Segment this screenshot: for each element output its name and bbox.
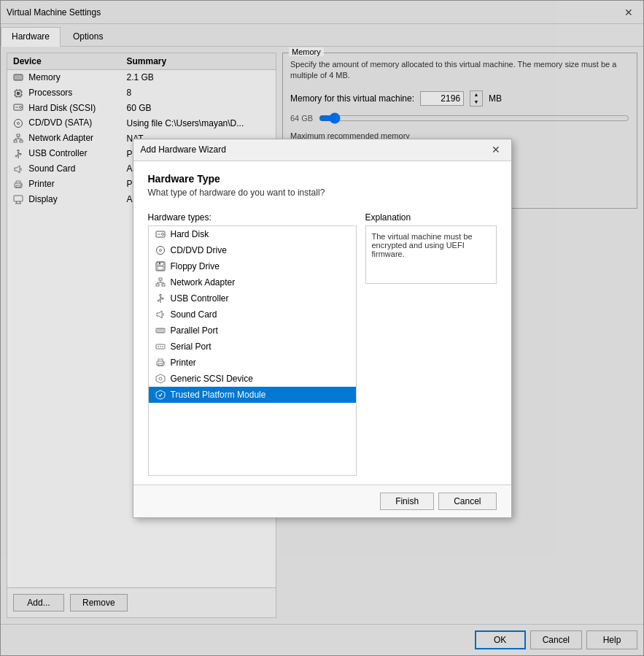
modal-close-button[interactable]: ✕ [488,143,504,156]
explanation-label: Explanation [365,212,497,223]
svg-rect-61 [162,298,163,299]
hardware-item-sound[interactable]: Sound Card [149,306,356,323]
modal-header: Hardware Type What type of hardware do y… [133,161,511,204]
add-hardware-wizard-modal: Add Hardware Wizard ✕ Hardware Type What… [133,139,512,518]
hardware-item-label-tpm: Trusted Platform Module [171,390,266,400]
hardware-types-label: Hardware types: [148,212,357,223]
hardware-list: Hard Disk CD/DVD Drive Flopp [148,225,357,476]
scsi-hw-icon [155,374,166,384]
modal-header-title: Hardware Type [148,173,497,185]
svg-rect-74 [158,363,163,366]
hardware-item-usb[interactable]: USB Controller [149,290,356,306]
modal-title: Add Hardware Wizard [141,144,226,155]
hardware-item-label-printer: Printer [171,358,196,368]
svg-point-42 [161,233,163,235]
hardware-item-parallel[interactable]: Parallel Port [149,323,356,339]
explanation-text: The virtual machine must be encrypted an… [365,225,497,284]
hardware-types-section: Hardware types: Hard Disk CD/D [148,212,357,476]
hardware-item-label-hard-disk: Hard Disk [171,229,209,239]
svg-point-45 [159,249,161,251]
hardware-item-tpm[interactable]: Trusted Platform Module [149,387,356,403]
serial-hw-icon [155,341,166,352]
svg-rect-51 [156,284,159,286]
harddisk-hw-icon [155,229,166,239]
hardware-item-cddvd[interactable]: CD/DVD Drive [149,242,356,258]
svg-point-75 [163,362,163,363]
modal-cancel-button[interactable]: Cancel [438,493,496,510]
svg-rect-48 [158,266,163,270]
cddvd-hw-icon [155,245,166,255]
explanation-section: Explanation The virtual machine must be … [365,212,497,476]
hardware-item-label-floppy: Floppy Drive [171,261,220,271]
svg-marker-76 [156,374,165,383]
svg-point-77 [159,377,162,380]
svg-point-71 [160,346,161,347]
svg-rect-52 [162,284,165,286]
floppy-hw-icon [155,261,166,271]
parallel-hw-icon [155,325,166,336]
svg-point-44 [156,246,164,254]
hardware-item-serial[interactable]: Serial Port [149,339,356,355]
finish-button[interactable]: Finish [380,493,434,510]
svg-marker-62 [157,311,162,318]
hardware-item-label-cddvd: CD/DVD Drive [171,245,227,255]
hardware-item-label-usb: USB Controller [171,293,229,304]
printer-hw-icon [155,358,166,368]
hardware-item-label-parallel: Parallel Port [171,325,218,336]
hardware-item-label-scsi: Generic SCSI Device [171,374,253,384]
sound-hw-icon [155,309,166,320]
hardware-item-label-sound: Sound Card [171,309,217,320]
modal-footer: Finish Cancel [133,485,511,517]
hardware-item-printer[interactable]: Printer [149,355,356,371]
modal-overlay: Add Hardware Wizard ✕ Hardware Type What… [0,0,644,656]
hardware-item-floppy[interactable]: Floppy Drive [149,258,356,274]
hardware-item-scsi[interactable]: Generic SCSI Device [149,371,356,387]
tpm-hw-icon [155,390,166,400]
hardware-item-label-serial: Serial Port [171,341,212,352]
hardware-item-network[interactable]: Network Adapter [149,274,356,290]
modal-title-bar: Add Hardware Wizard ✕ [133,139,511,161]
hardware-item-label-network: Network Adapter [171,277,236,288]
hardware-item-hard-disk[interactable]: Hard Disk [149,226,356,242]
svg-point-70 [158,346,159,347]
usb-hw-icon [155,293,166,304]
modal-body: Hardware types: Hard Disk CD/D [133,204,511,485]
svg-point-72 [162,346,163,347]
svg-rect-49 [159,262,160,264]
svg-rect-50 [159,278,162,280]
network-hw-icon [155,277,166,288]
modal-header-subtitle: What type of hardware do you want to ins… [148,188,497,198]
